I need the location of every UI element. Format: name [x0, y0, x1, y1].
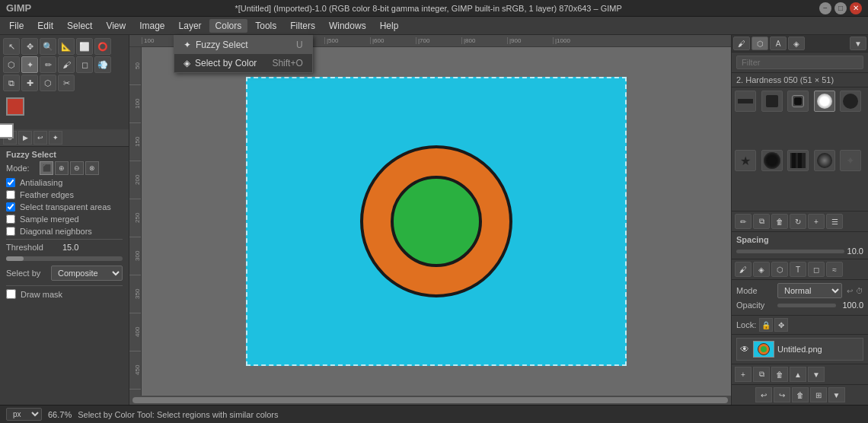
tool-airbrush[interactable]: 💨	[94, 56, 111, 73]
tool-ellipse-select[interactable]: ⭕	[94, 38, 111, 55]
mode-dropdown[interactable]: Normal Multiply Screen	[777, 283, 842, 298]
layer-copy-btn[interactable]: ⧉	[753, 367, 770, 382]
h-scrollbar-thumb[interactable]	[132, 397, 728, 403]
sample-merged-checkbox[interactable]	[6, 215, 15, 224]
options-icon-3[interactable]: ↩	[34, 131, 47, 145]
brush-item-1[interactable]	[735, 91, 756, 112]
threshold-bar[interactable]	[6, 256, 123, 261]
layer-del-btn[interactable]: 🗑	[771, 367, 788, 382]
layer-row[interactable]: 👁 Untitled.png	[736, 338, 863, 361]
brush-action-edit[interactable]: ✏	[735, 214, 752, 229]
menu-select[interactable]: Select	[61, 19, 98, 33]
antialiasing-checkbox[interactable]	[6, 178, 15, 187]
options-icon-2[interactable]: ▶	[18, 131, 32, 145]
layer-new-btn[interactable]: +	[735, 367, 752, 382]
tool-erase-icon[interactable]: ◻	[808, 262, 825, 277]
brush-item-3[interactable]	[787, 91, 809, 112]
mode-add[interactable]: ⊕	[55, 161, 69, 175]
lock-alpha-icon[interactable]: 🔒	[759, 318, 773, 332]
tab-patterns-icon[interactable]: ⬡	[752, 37, 768, 50]
brush-action-delete[interactable]: 🗑	[771, 214, 788, 229]
select-by-dropdown[interactable]: Composite Red Green Blue	[51, 266, 123, 281]
minimize-button[interactable]: −	[819, 2, 831, 14]
tab-fonts-icon[interactable]: A	[770, 37, 787, 50]
tool-text-icon[interactable]: T	[790, 262, 806, 277]
draw-mask-checkbox[interactable]	[6, 289, 16, 299]
maximize-button[interactable]: □	[834, 2, 847, 14]
close-button[interactable]: ✕	[850, 2, 862, 14]
tool-smudge-icon[interactable]: ≈	[826, 262, 843, 277]
brush-item-7[interactable]	[761, 150, 783, 171]
tool-eraser[interactable]: ◻	[76, 56, 93, 73]
brush-item-5[interactable]	[840, 91, 861, 112]
brush-action-duplicate[interactable]: ⧉	[753, 214, 770, 229]
filter-input[interactable]	[736, 56, 863, 69]
tool-free-select[interactable]: ⬡	[3, 56, 20, 73]
layer-visibility-icon[interactable]: 👁	[739, 344, 750, 355]
tool-measure[interactable]: 📐	[58, 38, 75, 55]
tool-fill-icon[interactable]: ⬡	[771, 262, 788, 277]
tool-ink-icon[interactable]: ◈	[753, 262, 770, 277]
tab-menu-icon[interactable]: ▼	[850, 37, 866, 50]
bottom-btn-5[interactable]: ▼	[828, 387, 845, 402]
tool-pointer[interactable]: ↖	[3, 38, 20, 55]
menu-image[interactable]: Image	[133, 19, 171, 33]
tool-rect-select[interactable]: ⬜	[76, 38, 93, 55]
menu-file[interactable]: File	[3, 19, 30, 33]
tab-brushes-icon[interactable]: 🖌	[733, 37, 750, 50]
select-by-color-item[interactable]: ◈ Select by Color Shift+O	[174, 54, 312, 72]
bottom-btn-1[interactable]: ↩	[755, 387, 772, 402]
select-transparent-checkbox[interactable]	[6, 202, 15, 212]
brush-item-9[interactable]	[814, 150, 835, 171]
mode-intersect[interactable]: ⊗	[85, 161, 99, 175]
feather-edges-checkbox[interactable]	[6, 190, 15, 199]
h-scrollbar[interactable]	[129, 396, 731, 405]
tool-paint-icon[interactable]: 🖌	[735, 262, 752, 277]
tool-fuzzy-select[interactable]: ✦	[21, 56, 38, 73]
brush-item-4[interactable]	[814, 91, 835, 112]
bottom-btn-3[interactable]: 🗑	[792, 387, 809, 402]
mode-subtract[interactable]: ⊖	[70, 161, 84, 175]
mode-history-icon[interactable]: ⏱	[856, 287, 863, 295]
brush-item-2[interactable]	[761, 91, 783, 112]
background-color[interactable]	[0, 123, 14, 138]
menu-view[interactable]: View	[100, 19, 132, 33]
menu-layer[interactable]: Layer	[173, 19, 208, 33]
brush-action-view[interactable]: ☰	[826, 214, 843, 229]
brush-item-10[interactable]: ✦	[840, 150, 861, 171]
brush-item-8[interactable]	[787, 150, 809, 171]
tool-pencil[interactable]: ✏	[40, 56, 56, 73]
bottom-btn-2[interactable]: ↪	[774, 387, 790, 402]
tool-zoom[interactable]: 🔍	[40, 38, 56, 55]
opacity-slider[interactable]	[777, 304, 836, 307]
unit-selector[interactable]: px % mm	[6, 408, 42, 421]
menu-help[interactable]: Help	[374, 19, 405, 33]
lock-pos-icon[interactable]: ✥	[774, 318, 788, 332]
brush-action-refresh[interactable]: ↻	[790, 214, 806, 229]
layer-down-btn[interactable]: ▼	[808, 367, 825, 382]
foreground-color[interactable]	[6, 97, 24, 116]
menu-windows[interactable]: Windows	[323, 19, 372, 33]
spacing-slider[interactable]	[736, 250, 844, 253]
tool-perspective[interactable]: ⬡	[40, 75, 56, 91]
mode-reset-icon[interactable]: ↩	[847, 287, 853, 295]
tool-clone[interactable]: ⧉	[3, 75, 20, 91]
menu-filters[interactable]: Filters	[284, 19, 321, 33]
diagonal-neighbors-checkbox[interactable]	[6, 227, 15, 236]
bottom-btn-4[interactable]: ⊞	[810, 387, 827, 402]
menu-edit[interactable]: Edit	[31, 19, 59, 33]
canvas-viewport[interactable]	[142, 47, 731, 396]
fuzzy-select-item[interactable]: ✦ Fuzzy Select U	[174, 36, 312, 54]
brush-item-6[interactable]: ★	[735, 150, 756, 171]
tab-dynamics-icon[interactable]: ◈	[788, 37, 805, 50]
tool-paintbrush[interactable]: 🖌	[58, 56, 75, 73]
brush-action-new[interactable]: +	[808, 214, 825, 229]
tool-heal[interactable]: ✚	[21, 75, 38, 91]
menu-colors[interactable]: Colors	[209, 19, 248, 33]
layer-up-btn[interactable]: ▲	[790, 367, 806, 382]
tool-crop[interactable]: ✂	[58, 75, 75, 91]
options-icon-4[interactable]: ✦	[49, 131, 62, 145]
tool-move[interactable]: ✥	[21, 38, 38, 55]
menu-tools[interactable]: Tools	[249, 19, 282, 33]
mode-replace[interactable]: ⬛	[40, 161, 53, 175]
